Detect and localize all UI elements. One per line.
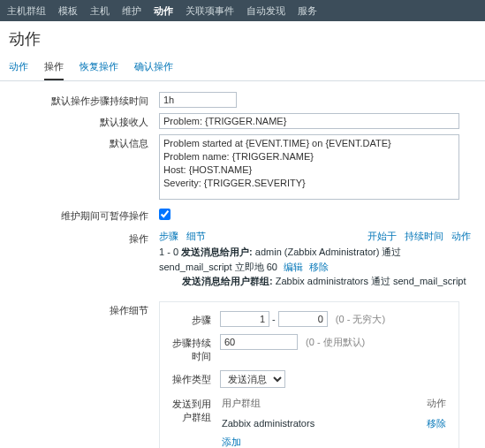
group-th1: 用户群组 [222, 397, 405, 414]
detail-box: 步骤 - (0 - 无穷大) 步骤持续时间 (0 - 使用默认) 操作 [159, 301, 459, 449]
input-step-to[interactable] [278, 311, 328, 327]
duration-note: (0 - 使用默认) [306, 337, 365, 347]
form: 默认操作步骤持续时间 默认接收人 默认信息 维护期间可暂停操作 操作 步骤 细节… [0, 81, 485, 448]
hdr-start: 开始于 [368, 231, 397, 241]
group-val: Zabbix administrators [222, 415, 405, 432]
hdr-detail: 细节 [186, 231, 206, 241]
lbl-detail: 操作细节 [9, 301, 159, 317]
ops-row2-bold: 发送消息给用户群组: [182, 276, 273, 286]
input-duration[interactable] [220, 334, 298, 350]
ops-row-2: 发送消息给用户群组: Zabbix administrators 通过 send… [159, 274, 476, 289]
lbl-ops: 操作 [9, 230, 159, 246]
tab-operations[interactable]: 操作 [44, 55, 64, 80]
textarea-message[interactable] [159, 134, 459, 200]
ops-row1-bold: 发送消息给用户: [181, 247, 253, 257]
nav-maintenance[interactable]: 维护 [122, 4, 141, 18]
group-table: 用户群组动作 Zabbix administrators移除 添加 [220, 395, 448, 449]
lbl-pause: 维护期间可暂停操作 [9, 207, 159, 223]
tab-recovery[interactable]: 恢复操作 [80, 55, 118, 80]
group-add[interactable]: 添加 [222, 437, 241, 447]
tab-ack[interactable]: 确认操作 [134, 55, 173, 80]
nav-actions[interactable]: 动作 [154, 4, 173, 18]
lbl-message: 默认信息 [9, 134, 159, 150]
lbl-step-duration: 默认操作步骤持续时间 [9, 92, 159, 108]
ops-row1-range: 1 - 0 [159, 247, 178, 257]
nav-correlation[interactable]: 关联项事件 [186, 4, 234, 18]
input-recipient[interactable] [159, 113, 459, 129]
d-lbl-type: 操作类型 [171, 370, 220, 386]
nav-discovery[interactable]: 自动发现 [246, 4, 285, 18]
select-op-type[interactable]: 发送消息 [220, 370, 285, 388]
nav-templates[interactable]: 模板 [58, 4, 78, 18]
nav-hostgroups[interactable]: 主机群组 [7, 4, 46, 18]
d-lbl-steps: 步骤 [171, 311, 220, 327]
group-remove[interactable]: 移除 [427, 418, 446, 429]
ops-header-left: 步骤 细节 [159, 230, 211, 243]
d-lbl-group: 发送到用户群组 [171, 395, 220, 424]
input-step-from[interactable] [220, 311, 269, 327]
ops-row-1: 1 - 0 发送消息给用户: admin (Zabbix Administrat… [159, 245, 476, 274]
hdr-action: 动作 [451, 231, 471, 241]
ops-row1-edit[interactable]: 编辑 [284, 262, 303, 272]
ops-row2-text: Zabbix administrators 通过 send_mail_scrip… [273, 276, 466, 286]
top-nav: 主机群组 模板 主机 维护 动作 关联项事件 自动发现 服务 [0, 0, 485, 21]
step-note: (0 - 无穷大) [336, 314, 385, 324]
hdr-steps: 步骤 [159, 231, 178, 241]
ops-row1-delete[interactable]: 移除 [309, 262, 329, 272]
nav-services[interactable]: 服务 [298, 4, 317, 18]
input-step-duration[interactable] [159, 92, 237, 108]
lbl-recipient: 默认接收人 [9, 113, 159, 129]
ops-header-right: 开始于 持续时间 动作 [368, 230, 476, 243]
nav-hosts[interactable]: 主机 [90, 4, 110, 18]
hdr-duration: 持续时间 [405, 231, 443, 241]
tab-action[interactable]: 动作 [9, 55, 28, 80]
d-lbl-duration: 步骤持续时间 [171, 334, 220, 363]
page-title: 动作 [0, 21, 485, 55]
sub-tabs: 动作 操作 恢复操作 确认操作 [0, 55, 485, 81]
group-th2: 动作 [407, 397, 446, 414]
checkbox-pause[interactable] [159, 209, 171, 220]
